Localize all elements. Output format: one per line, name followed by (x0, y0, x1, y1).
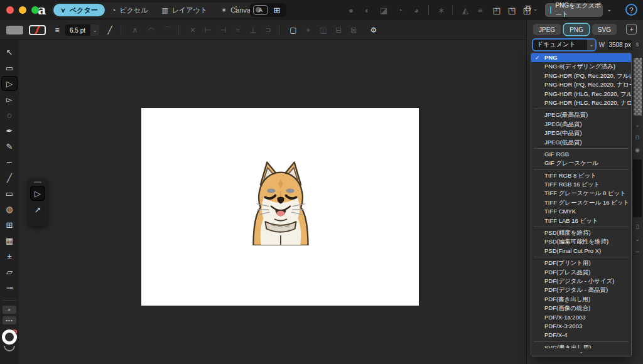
export-format-option[interactable]: PSD(編集可能性を維持) (531, 237, 631, 246)
floating-tool-group[interactable]: ▷ ↗ (28, 178, 48, 226)
help-button[interactable]: ? (625, 4, 637, 16)
paint-brush-tool[interactable]: ╱ (1, 170, 18, 185)
settings-gear-icon[interactable]: ⚙ (367, 24, 381, 36)
export-format-option[interactable]: PDF(デジタル - 高品質) (531, 286, 631, 294)
tab-pixel[interactable]: ◔ ピクセル (105, 4, 155, 16)
stroke-width-lines-icon[interactable]: ≡ (50, 24, 64, 36)
tool-icon: ▻ (6, 95, 13, 104)
close-window-button[interactable] (6, 6, 14, 14)
node-tool[interactable]: ▻ (1, 92, 18, 107)
export-options-chevron-icon[interactable]: ⌄ (607, 6, 612, 13)
export-format-option[interactable]: ✓ PNG (531, 53, 631, 62)
export-format-option[interactable]: TIFF RGB 8 ビット (531, 171, 631, 180)
export-format-option[interactable]: JPEG(高品質) (531, 120, 631, 129)
artboard-tool[interactable]: ▭ (1, 60, 18, 75)
tab-vector[interactable]: ⋎ ベクター (53, 4, 105, 16)
assets-grid-icon[interactable]: ⊞ (271, 4, 283, 16)
stroke-profile-icon[interactable]: ╱ (103, 24, 117, 36)
link-dimensions-icon[interactable]: ∞ (634, 43, 640, 46)
scroll-more-chevron-icon[interactable]: ⌄ (531, 348, 631, 356)
export-area-select[interactable]: ドキュメント ⌄ (533, 40, 595, 50)
image-place-tool[interactable]: ▦ (1, 233, 18, 248)
fill-color-swatch[interactable] (6, 26, 23, 35)
export-format-option[interactable]: PNG-HDR (PQ, Rec.2020, ナローレンジ) (531, 80, 631, 89)
snapping-control[interactable]: Ω ⌄ (525, 4, 538, 13)
option-label: TIFF LAB 16 ビット (544, 217, 598, 224)
export-format-option[interactable]: PDF/X-4 (531, 331, 631, 340)
insert-target-icon[interactable]: ◳ (505, 4, 519, 16)
export-format-option[interactable]: TIFF グレースケール 16 ビット (531, 198, 631, 207)
export-format-dropdown: ✓ PNG PNG-8(ディザリング済み) PNG-HDR (PQ, Rec.2… (531, 53, 632, 356)
export-format-option[interactable]: TIFF グレースケール 8 ビット (531, 189, 631, 198)
export-format-option[interactable]: PSD(精度を維持) (531, 228, 631, 237)
export-format-option[interactable]: PDF/X-3:2003 (531, 322, 631, 331)
selection-box-icon[interactable]: ▢ (286, 24, 300, 36)
export-format-option[interactable]: PNG-HDR (HLG, Rec.2020, ナローレンジ) (531, 99, 631, 107)
duplicate-transform-icon[interactable]: ◰ (490, 4, 504, 16)
export-format-option[interactable]: TIFF CMYK (531, 207, 631, 216)
move-tool[interactable]: ↖ (1, 45, 18, 60)
persona-icon: ▥ (161, 6, 168, 14)
float-selection-tool[interactable]: ▷ (30, 186, 45, 201)
export-format-option[interactable]: TIFF RGB 16 ビット (531, 180, 631, 189)
drag-handle[interactable] (34, 181, 41, 183)
minimize-window-button[interactable] (19, 6, 26, 14)
marquee-tool[interactable]: ◌ (1, 107, 18, 122)
expand-tools-button[interactable]: » (3, 306, 16, 314)
export-format-option[interactable]: JPEG(中品質) (531, 129, 631, 137)
more-tools-button[interactable]: ••• (3, 316, 16, 324)
adjustment-tool[interactable]: ± (1, 249, 18, 264)
export-format-option[interactable]: GIF グレースケール (531, 159, 631, 168)
add-preset-button[interactable]: ＋ (626, 24, 637, 35)
tool-icon: ↗ (35, 205, 41, 215)
character-style-button[interactable]: A (253, 5, 268, 15)
export-format-option[interactable]: PDF(デジタル - 小サイズ) (531, 277, 631, 286)
smooth-corner-icon: ⌒ (161, 24, 175, 36)
artboard[interactable] (141, 108, 419, 306)
menu-bar: a ⋎ ベクター ◔ ピクセル ▥ レイアウト ✶ Canva AI ⋮ A (0, 0, 643, 20)
persona-icon: ◔ (112, 6, 116, 14)
export-format-option[interactable]: JPEG(最高品質) (531, 110, 631, 119)
export-format-option[interactable]: PDF(プリント用) (531, 259, 631, 267)
option-label: PDF/X-1a:2003 (544, 314, 585, 321)
selection-tool[interactable]: ▷ (1, 76, 18, 91)
color-picker-tool[interactable]: ⊸ (1, 280, 18, 295)
option-label: TIFF グレースケール 8 ビット (544, 190, 626, 196)
stroke-fill-color-wheel[interactable] (2, 329, 17, 345)
swap-colors-icon[interactable] (4, 346, 15, 351)
pen-tool[interactable]: ✒ (1, 123, 18, 138)
export-png-button[interactable]: PNGをエクスポート (545, 3, 603, 17)
tab-layout[interactable]: ▥ レイアウト (154, 4, 214, 16)
export-format-option[interactable]: PSD(Final Cut Pro X) (531, 247, 631, 255)
export-format-option[interactable]: PDF(書き出し用) (531, 295, 631, 304)
trash-icon[interactable]: ▯ (636, 223, 639, 230)
option-label: TIFF CMYK (544, 208, 576, 215)
export-format-option[interactable]: TIFF LAB 16 ビット (531, 217, 631, 225)
overflow-menu-icon[interactable]: ⋮ (231, 4, 241, 16)
export-format-option[interactable]: JPEG(低品質) (531, 138, 631, 147)
ruler-tool[interactable]: ▱ (1, 264, 18, 279)
tool-icon: ◍ (6, 205, 13, 214)
export-format-option[interactable]: PDF(画像の統合) (531, 304, 631, 313)
float-node-arrow-tool[interactable]: ↗ (30, 202, 45, 217)
format-tab-png[interactable]: PNG (564, 24, 589, 35)
export-format-option[interactable]: PDF/X-1a:2003 (531, 313, 631, 322)
width-field[interactable]: 3508 px (608, 40, 632, 50)
vector-brush-tool[interactable]: ∽ (1, 154, 18, 169)
stroke-color-swatch[interactable] (29, 25, 46, 35)
mesh-transform-tool[interactable]: ⊞ (1, 217, 18, 232)
format-tab-svg[interactable]: SVG (592, 24, 617, 35)
stroke-width-field[interactable]: 6.5 pt ⌄ (65, 24, 99, 36)
export-format-option[interactable]: GIF RGB (531, 150, 631, 159)
join-curve-icon: ⊣ (216, 24, 230, 36)
export-format-option[interactable]: PDF(プレス品質) (531, 268, 631, 277)
format-tab-label: SVG (598, 26, 611, 33)
format-tab-jpeg[interactable]: JPEG (533, 24, 561, 35)
export-format-option[interactable]: PNG-8(ディザリング済み) (531, 62, 631, 71)
shape-tool[interactable]: ◍ (1, 201, 18, 217)
export-format-option[interactable]: PNG-HDR (PQ, Rec.2020, フルレンジ) (531, 72, 631, 80)
rectangle-tool[interactable]: ▭ (1, 186, 18, 201)
export-format-option[interactable]: PNG-HDR (HLG, Rec.2020, フルレンジ) (531, 90, 631, 99)
tool-icon: ▷ (6, 79, 13, 88)
pencil-tool[interactable]: ✎ (1, 139, 18, 154)
